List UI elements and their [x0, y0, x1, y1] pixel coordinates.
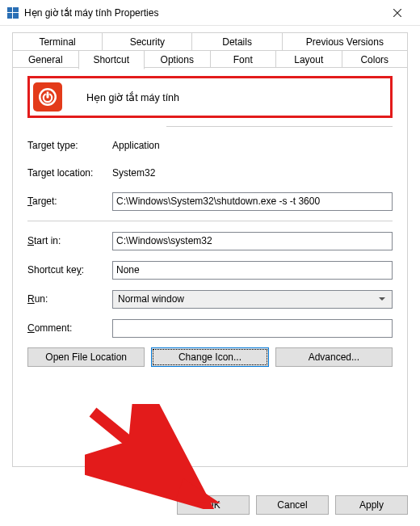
label-post: : — [82, 264, 84, 276]
tabs-row-2: General Shortcut Options Font Layout Col… — [12, 50, 408, 68]
advanced-button[interactable]: Advanced... — [275, 347, 393, 367]
shortcut-name: Hẹn giờ tắt máy tính — [86, 91, 179, 103]
tab-colors[interactable]: Colors — [342, 50, 409, 68]
label-pre: Shortcut ke — [27, 264, 77, 276]
label-target-location: Target location: — [27, 167, 112, 179]
btn-label: Cancel — [277, 499, 307, 511]
tab-options[interactable]: Options — [144, 50, 211, 68]
tab-label: Shortcut — [93, 54, 129, 65]
tab-label: Terminal — [39, 36, 75, 48]
svg-rect-2 — [7, 13, 12, 19]
tab-label: Layout — [294, 54, 323, 65]
power-icon — [33, 82, 62, 112]
label-run: Run: — [27, 293, 112, 305]
tab-label: Options — [161, 54, 194, 65]
tab-details[interactable]: Details — [191, 32, 282, 50]
tab-label: Previous Versions — [306, 36, 384, 48]
tab-general[interactable]: General — [12, 50, 79, 68]
row-comment: Comment: — [27, 318, 393, 338]
svg-rect-1 — [13, 7, 19, 12]
action-buttons: Open File Location Change Icon... Advanc… — [27, 347, 393, 367]
tab-layout[interactable]: Layout — [275, 50, 342, 68]
start-in-input[interactable] — [112, 232, 393, 250]
divider — [166, 126, 393, 127]
label-rest: un: — [35, 293, 48, 305]
tab-panel-shortcut: Hẹn giờ tắt máy tính Target type: Applic… — [12, 67, 408, 467]
tab-label: Details — [222, 36, 252, 48]
label-target: Target: — [27, 196, 112, 207]
btn-label: Change Icon... — [178, 351, 242, 363]
row-start-in: Start in: — [27, 231, 393, 250]
shortcut-header-highlight: Hẹn giờ tắt máy tính — [27, 76, 393, 118]
tabs-row-1: Terminal Security Details Previous Versi… — [12, 32, 408, 50]
divider — [27, 221, 393, 221]
tab-label: Security — [130, 36, 165, 48]
btn-label: OK — [206, 499, 220, 511]
tab-label: Colors — [360, 54, 388, 65]
value-target-location: System32 — [112, 167, 155, 179]
tab-font[interactable]: Font — [210, 50, 277, 68]
run-select[interactable]: Normal window — [112, 290, 393, 309]
dialog-buttons: OK Cancel Apply — [177, 495, 408, 515]
titlebar: Hẹn giờ tắt máy tính Properties — [0, 0, 420, 26]
cancel-button[interactable]: Cancel — [256, 495, 329, 515]
ok-button[interactable]: OK — [177, 495, 250, 515]
close-button[interactable] — [381, 2, 414, 24]
label-shortcut-key: Shortcut key: — [27, 264, 112, 276]
tab-label: General — [28, 54, 63, 65]
label-rest: arget: — [32, 196, 57, 207]
row-target-type: Target type: Application — [27, 137, 393, 154]
open-file-location-button[interactable]: Open File Location — [27, 347, 145, 367]
label-ul: S — [27, 235, 34, 246]
shortcut-key-input[interactable] — [112, 261, 393, 280]
tab-previous-versions[interactable]: Previous Versions — [282, 32, 408, 50]
target-input[interactable] — [112, 192, 393, 211]
label-ul: C — [27, 322, 35, 334]
svg-rect-3 — [13, 13, 19, 19]
svg-rect-11 — [47, 92, 49, 98]
change-icon-button[interactable]: Change Icon... — [151, 347, 268, 367]
tab-security[interactable]: Security — [102, 32, 192, 50]
comment-input[interactable] — [112, 319, 393, 338]
dialog-content: Terminal Security Details Previous Versi… — [12, 32, 408, 482]
window-title: Hẹn giờ tắt máy tính Properties — [24, 7, 381, 19]
tab-shortcut[interactable]: Shortcut — [78, 50, 145, 69]
window-icon — [6, 6, 19, 19]
run-value: Normal window — [118, 293, 184, 305]
row-target: Target: — [27, 191, 393, 211]
label-target-type: Target type: — [27, 140, 112, 151]
label-ul: R — [27, 293, 35, 305]
row-target-location: Target location: System32 — [27, 164, 393, 182]
row-shortcut-key: Shortcut key: — [27, 260, 393, 280]
apply-button[interactable]: Apply — [335, 495, 408, 515]
row-run: Run: Normal window — [27, 289, 393, 309]
btn-label: Apply — [359, 499, 384, 511]
label-rest: tart in: — [34, 235, 61, 246]
label-comment: Comment: — [27, 322, 112, 334]
svg-rect-0 — [7, 7, 12, 12]
tab-terminal[interactable]: Terminal — [12, 32, 103, 50]
tab-label: Font — [233, 54, 253, 65]
btn-label: Open File Location — [45, 351, 127, 363]
btn-label: Advanced... — [309, 351, 359, 363]
label-rest: omment: — [35, 322, 73, 334]
value-target-type: Application — [112, 140, 160, 151]
label-start-in: Start in: — [27, 235, 112, 246]
